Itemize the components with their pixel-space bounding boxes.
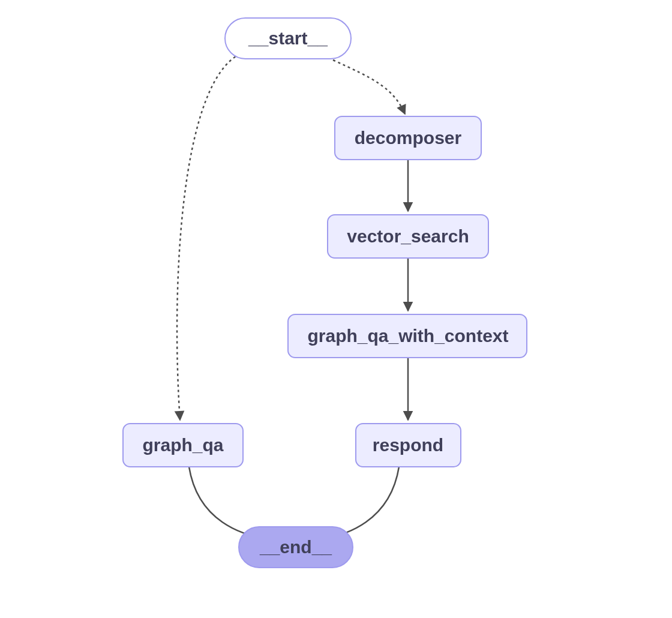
- node-end-label: __end__: [259, 537, 332, 557]
- node-respond: respond: [356, 424, 461, 467]
- node-start-label: __start__: [248, 28, 328, 48]
- node-graph-qa-with-context: graph_qa_with_context: [288, 314, 527, 358]
- node-end: __end__: [239, 527, 353, 568]
- graph-diagram: __start__ decomposer vector_search graph…: [0, 0, 672, 618]
- node-start: __start__: [225, 18, 351, 59]
- node-decomposer: decomposer: [335, 116, 481, 160]
- node-graph-qa-with-context-label: graph_qa_with_context: [307, 326, 508, 346]
- node-vector-search: vector_search: [328, 215, 488, 258]
- node-graph-qa-label: graph_qa: [142, 435, 223, 455]
- node-graph-qa: graph_qa: [123, 424, 243, 467]
- node-decomposer-label: decomposer: [355, 128, 462, 148]
- node-respond-label: respond: [373, 435, 443, 455]
- edge-start-to-decomposer: [333, 60, 405, 114]
- edge-start-to-graph-qa: [177, 54, 240, 420]
- node-vector-search-label: vector_search: [347, 226, 469, 246]
